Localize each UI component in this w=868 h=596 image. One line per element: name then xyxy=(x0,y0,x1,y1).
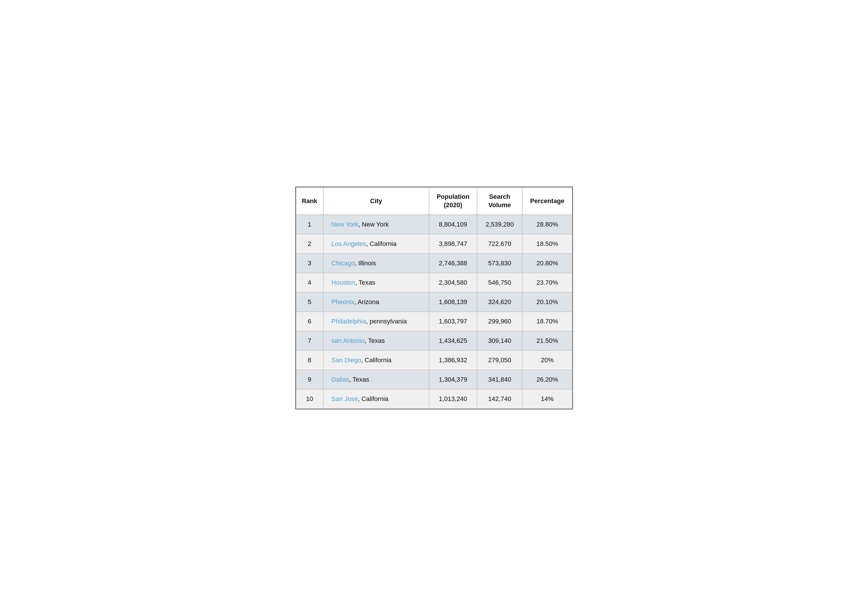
table-row: 7san Antonio, Texas1,434,625309,14021.50… xyxy=(296,331,572,351)
city-state-text: , Arizona xyxy=(354,298,379,306)
cell-rank: 7 xyxy=(296,331,323,351)
cell-city: san Antonio, Texas xyxy=(323,331,429,351)
city-state-text: , New York xyxy=(358,221,389,228)
city-link-text: san Antonio xyxy=(331,337,365,344)
cell-search-volume: 2,539,280 xyxy=(477,215,523,234)
cell-population: 1,608,139 xyxy=(429,292,477,312)
cell-percentage: 21.50% xyxy=(523,331,572,351)
cell-search-volume: 324,620 xyxy=(477,292,523,312)
header-population: Population(2020) xyxy=(429,188,477,215)
cell-city: Houston, Texas xyxy=(323,273,429,292)
table-row: 3Chicago, Illinois2,746,388573,83020.80% xyxy=(296,253,572,273)
cell-percentage: 20% xyxy=(523,351,572,370)
table-header-row: Rank City Population(2020) SearchVolume … xyxy=(296,188,572,215)
table-row: 6Philadelphia, pennsylvania1,603,797299,… xyxy=(296,312,572,331)
table-row: 5Pheonix, Arizona1,608,139324,62020.10% xyxy=(296,292,572,312)
cell-rank: 8 xyxy=(296,351,323,370)
data-table: Rank City Population(2020) SearchVolume … xyxy=(295,186,573,409)
cell-population: 1,386,932 xyxy=(429,351,477,370)
header-city: City xyxy=(323,188,429,215)
cell-search-volume: 299,960 xyxy=(477,312,523,331)
city-state-text: , Texas xyxy=(365,337,385,344)
city-link-text: San Diego xyxy=(331,356,361,364)
cell-search-volume: 341,840 xyxy=(477,370,523,389)
cell-city: New York, New York xyxy=(323,215,429,234)
table-row: 4Houston, Texas2,304,580546,75023.70% xyxy=(296,273,572,292)
city-link-text: Los Angeles xyxy=(331,240,366,247)
cell-population: 3,898,747 xyxy=(429,234,477,253)
cell-rank: 5 xyxy=(296,292,323,312)
cell-city: San Jose, California xyxy=(323,389,429,408)
city-state-text: , Texas xyxy=(349,376,369,383)
table-row: 10San Jose, California1,013,240142,74014… xyxy=(296,389,572,408)
cell-percentage: 14% xyxy=(523,389,572,408)
cell-city: Los Angeles, California xyxy=(323,234,429,253)
cell-percentage: 20.80% xyxy=(523,253,572,273)
cell-rank: 10 xyxy=(296,389,323,408)
cell-population: 1,013,240 xyxy=(429,389,477,408)
cell-population: 8,804,109 xyxy=(429,215,477,234)
table-row: 9Dalias, Texas1,304,379341,84026.20% xyxy=(296,370,572,389)
table-row: 8San Diego, California1,386,932279,05020… xyxy=(296,351,572,370)
city-link-text: Houston xyxy=(331,279,355,286)
city-link-text: New York xyxy=(331,221,358,228)
cell-percentage: 23.70% xyxy=(523,273,572,292)
cell-percentage: 26.20% xyxy=(523,370,572,389)
cell-percentage: 18.70% xyxy=(523,312,572,331)
cell-rank: 3 xyxy=(296,253,323,273)
cell-rank: 2 xyxy=(296,234,323,253)
city-link-text: Philadelphia xyxy=(331,318,366,325)
cell-percentage: 20.10% xyxy=(523,292,572,312)
cell-city: San Diego, California xyxy=(323,351,429,370)
city-state-text: , California xyxy=(361,356,392,364)
city-state-text: , pennsylvania xyxy=(366,318,407,325)
cell-percentage: 18.50% xyxy=(523,234,572,253)
cell-search-volume: 546,750 xyxy=(477,273,523,292)
header-search-volume: SearchVolume xyxy=(477,188,523,215)
cell-city: Pheonix, Arizona xyxy=(323,292,429,312)
cell-rank: 9 xyxy=(296,370,323,389)
city-state-text: , Illinois xyxy=(355,260,376,267)
city-state-text: , California xyxy=(366,240,397,247)
cell-search-volume: 722,670 xyxy=(477,234,523,253)
cell-city: Dalias, Texas xyxy=(323,370,429,389)
city-state-text: , Texas xyxy=(355,279,375,286)
cell-rank: 4 xyxy=(296,273,323,292)
header-rank: Rank xyxy=(296,188,323,215)
cell-percentage: 28.80% xyxy=(523,215,572,234)
cell-rank: 1 xyxy=(296,215,323,234)
cell-population: 1,434,625 xyxy=(429,331,477,351)
city-link-text: Chicago xyxy=(331,260,355,267)
cell-population: 2,304,580 xyxy=(429,273,477,292)
city-state-text: , California xyxy=(358,395,388,402)
cell-city: Philadelphia, pennsylvania xyxy=(323,312,429,331)
city-link-text: Pheonix xyxy=(331,298,354,306)
cell-search-volume: 142,740 xyxy=(477,389,523,408)
city-link-text: San Jose xyxy=(331,395,358,402)
cell-population: 2,746,388 xyxy=(429,253,477,273)
cell-population: 1,304,379 xyxy=(429,370,477,389)
header-percentage: Percentage xyxy=(523,188,572,215)
table-row: 1New York, New York8,804,1092,539,28028.… xyxy=(296,215,572,234)
cell-population: 1,603,797 xyxy=(429,312,477,331)
cell-search-volume: 279,050 xyxy=(477,351,523,370)
city-link-text: Dalias xyxy=(331,376,349,383)
cell-search-volume: 573,830 xyxy=(477,253,523,273)
cell-rank: 6 xyxy=(296,312,323,331)
cell-search-volume: 309,140 xyxy=(477,331,523,351)
cell-city: Chicago, Illinois xyxy=(323,253,429,273)
table-row: 2Los Angeles, California3,898,747722,670… xyxy=(296,234,572,253)
